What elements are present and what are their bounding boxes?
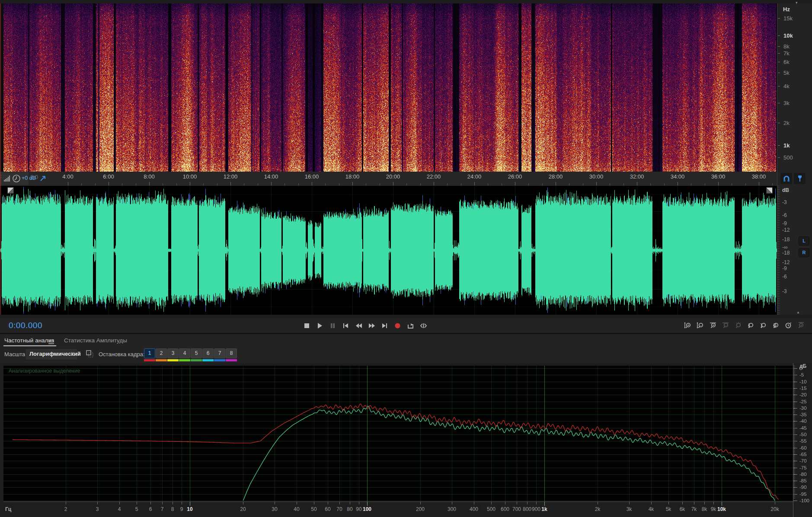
spectral-frequency-scale[interactable]: Hz ▾ 15k10k8k7k6k5k4k3k2k1k500	[777, 3, 812, 172]
record-button[interactable]	[391, 320, 404, 331]
hz-axis-tick-label: 10k	[717, 506, 726, 512]
db-axis-tick-label: -45	[799, 425, 807, 431]
hz-axis-tick-label: 6	[149, 506, 152, 512]
playhead[interactable]	[0, 3, 1, 315]
hold-frame-button-2[interactable]: 2	[156, 348, 167, 358]
db-axis-tick	[793, 408, 797, 408]
ruler-major-tick	[678, 182, 678, 185]
zoom-out-horizontal-icon: -	[722, 322, 729, 329]
amplitude-scale[interactable]: dB ▲ -3-6-9-12-18-∞-18-12-9-6-3LR	[777, 186, 812, 315]
ruler-minor-tick	[81, 183, 82, 185]
hold-frame-button-4[interactable]: 4	[179, 348, 190, 358]
timeline-ruler[interactable]: 2:0 4:006:008:0010:0012:0014:0016:0018:0…	[0, 172, 777, 186]
top-panel-grip[interactable]: ·······	[0, 0, 812, 3]
ruler-time-label: 4:00	[62, 173, 73, 180]
hold-frame-button-6[interactable]: 6	[202, 348, 214, 358]
svg-text:+: +	[687, 323, 689, 327]
tab-frequency-analysis[interactable]: Частотный анализ	[4, 337, 54, 344]
timer-icon	[784, 322, 792, 329]
zoom-in-point-button[interactable]: {	[744, 320, 757, 331]
hz-axis-tick-label: 4k	[649, 506, 654, 512]
spectral-scale-tick	[778, 53, 780, 54]
fast-forward-icon	[368, 322, 375, 329]
zoom-full-button[interactable]: +	[794, 320, 807, 331]
clock-icon[interactable]	[12, 174, 21, 183]
ruler-minor-tick	[420, 183, 421, 185]
scale-menu-arrow-icon[interactable]: ▾	[796, 0, 798, 5]
spectral-scale-tick	[778, 46, 780, 47]
snap-toggle-button[interactable]	[780, 173, 792, 184]
channel-left-button[interactable]: L	[799, 236, 809, 246]
gain-value-label[interactable]: +0 dB	[22, 175, 36, 181]
db-axis-tick	[793, 441, 797, 441]
hz-axis-tick-label: 1k	[541, 506, 547, 512]
play-icon	[316, 322, 323, 329]
fade-out-handle[interactable]	[766, 187, 773, 194]
level-meter-icon[interactable]	[4, 176, 11, 182]
db-axis-tick	[793, 368, 797, 369]
zoom-reset-button[interactable]	[732, 320, 744, 331]
play-button[interactable]	[313, 320, 326, 331]
zoom-out-horizontal-button[interactable]: -	[719, 320, 732, 331]
db-axis-tick-label: -15	[799, 386, 807, 391]
ruler-major-tick	[190, 182, 190, 185]
hold-frame-button-5[interactable]: 5	[191, 348, 202, 358]
rewind-button[interactable]	[352, 320, 365, 331]
spectral-scale-tick	[778, 73, 780, 73]
zoom-in-vertical-button[interactable]: +	[681, 320, 694, 331]
hz-axis-tick	[97, 502, 98, 504]
spectral-scale-tick-label: 4k	[783, 83, 790, 89]
frequency-analysis-plot[interactable]	[3, 366, 793, 501]
hold-frame-button-7[interactable]: 7	[214, 348, 225, 358]
hz-axis-tick	[704, 502, 705, 504]
skip-selection-button[interactable]	[417, 320, 430, 331]
marker-button[interactable]	[794, 173, 806, 184]
hold-frame-button-3[interactable]: 3	[167, 348, 179, 358]
hz-axis-tick	[452, 502, 452, 504]
db-axis-tick-label: -90	[799, 485, 807, 490]
copy-frames-icon[interactable]	[86, 350, 93, 357]
ruler-time-label: 30:00	[589, 173, 604, 180]
scale-scroll-arrow-icon[interactable]: ▲	[796, 310, 800, 314]
loop-playback-button[interactable]	[404, 320, 417, 331]
zoom-out-point-button[interactable]: }	[757, 320, 769, 331]
hz-axis-tick-label: 100	[363, 506, 371, 512]
zoom-selection-button[interactable]: {}	[769, 320, 782, 331]
hz-axis-tick-label: 30	[272, 506, 277, 512]
fast-forward-button[interactable]	[365, 320, 378, 331]
go-to-start-button[interactable]	[339, 320, 352, 331]
zoom-in-point-icon: {	[747, 322, 754, 329]
hz-axis-tick-label: 5k	[666, 506, 671, 512]
scale-dropdown[interactable]: Логарифмический ˅	[25, 348, 78, 360]
ruler-minor-tick	[380, 183, 380, 185]
hold-color-bar	[226, 359, 237, 361]
zoom-in-horizontal-button[interactable]: +	[707, 320, 719, 331]
spectrogram-canvas[interactable]	[3, 3, 777, 172]
stop-button[interactable]	[301, 320, 313, 331]
hz-axis-tick-label: 5	[135, 506, 138, 512]
hz-axis-tick	[367, 502, 368, 506]
db-axis-tick	[793, 388, 797, 389]
waveform-canvas[interactable]	[0, 186, 777, 315]
tab-amplitude-statistics[interactable]: Статистика Амплитуды	[64, 337, 127, 344]
spectral-scale-tick-label: 1k	[783, 142, 790, 149]
hold-frame-button-1[interactable]: 1	[144, 348, 155, 358]
horizontal-scrollbar[interactable]	[0, 315, 812, 318]
timer-button[interactable]	[782, 320, 794, 331]
db-axis-tick	[793, 487, 797, 488]
spectral-scale-tick-label: 15k	[783, 15, 793, 22]
pause-button[interactable]	[326, 320, 339, 331]
panel-menu-icon[interactable]	[48, 340, 54, 344]
zoom-out-vertical-button[interactable]: -	[694, 320, 707, 331]
go-to-end-button[interactable]	[378, 320, 391, 331]
ruler-minor-tick	[542, 183, 543, 185]
hold-label: Остановка кадра:	[99, 351, 145, 357]
spectral-scale-tick	[778, 123, 780, 123]
hz-axis-tick-label: 8k	[702, 506, 707, 512]
pointer-tool-button[interactable]	[38, 172, 48, 184]
hold-frame-button-8[interactable]: 8	[226, 348, 237, 358]
time-display[interactable]: 0:00.000	[9, 321, 42, 330]
fade-in-handle[interactable]	[7, 187, 14, 194]
channel-right-button[interactable]: R	[799, 248, 809, 257]
hz-axis-tick	[505, 502, 505, 504]
